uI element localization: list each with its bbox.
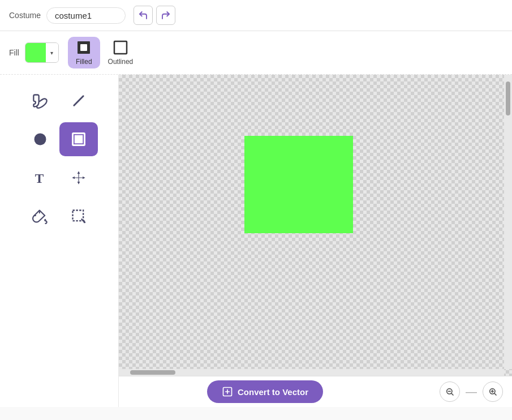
circle-icon [32,131,48,147]
outlined-icon [113,40,128,55]
zoom-divider: — [466,386,477,397]
svg-text:T: T [35,171,44,186]
fill-row: Fill ▾ Filled Outlined [0,31,512,75]
fill-color-button[interactable]: ▾ [25,42,59,63]
fill-bucket-tool[interactable] [21,199,59,233]
redo-icon [161,10,171,20]
convert-label: Convert to Vector [238,387,308,397]
rectangle-tool[interactable] [59,122,98,156]
outlined-label: Outlined [108,58,134,66]
marquee-select-tool[interactable] [59,199,98,233]
shape-style-group: Filled Outlined [68,37,141,68]
fill-color-swatch [25,42,46,63]
svg-rect-1 [80,44,87,51]
outlined-button[interactable]: Outlined [100,37,141,68]
fill-color-dropdown-arrow: ▾ [46,42,58,63]
svg-rect-6 [75,136,82,143]
horizontal-scrollbar[interactable] [119,369,504,376]
checkerboard-canvas [119,75,512,376]
top-bar: Costume [0,0,512,31]
green-rectangle [244,136,353,233]
bottom-bar: Convert to Vector — [119,376,512,407]
convert-to-vector-button[interactable]: Convert to Vector [207,380,323,403]
svg-line-17 [494,393,496,395]
undo-button[interactable] [134,6,153,25]
costume-name-input[interactable] [46,7,126,24]
select-move-tool[interactable] [59,161,98,195]
rectangle-icon [71,131,87,147]
text-icon: T [32,170,48,186]
zoom-controls: — [440,382,503,402]
vertical-scrollbar-thumb [506,82,510,115]
svg-line-14 [451,393,453,395]
zoom-out-icon [445,387,454,396]
line-tool[interactable] [59,84,98,118]
convert-icon [222,386,233,397]
tool-row-2 [0,122,118,156]
undo-redo-group [134,6,175,25]
tool-row-1 [0,84,118,118]
zoom-in-button[interactable] [483,382,503,402]
select-move-icon [71,170,87,186]
filled-button[interactable]: Filled [68,37,100,68]
tools-sidebar: T [0,75,119,407]
circle-tool[interactable] [21,122,59,156]
filled-icon [76,40,92,55]
horizontal-scrollbar-thumb [130,370,175,375]
svg-line-3 [74,96,83,105]
svg-point-4 [34,134,46,145]
main-area: T [0,75,512,407]
brush-icon [32,93,48,109]
marquee-select-icon [71,208,87,224]
tool-row-4 [0,199,118,233]
fill-label: Fill [9,48,19,57]
canvas-area: Convert to Vector — [119,75,512,407]
costume-label: Costume [9,11,41,20]
svg-rect-2 [114,41,127,54]
filled-label: Filled [76,58,92,66]
redo-button[interactable] [156,6,175,25]
fill-bucket-icon [32,208,48,224]
line-icon [71,93,87,109]
zoom-in-icon [488,387,497,396]
vertical-scrollbar[interactable] [504,75,512,369]
brush-tool[interactable] [21,84,59,118]
text-tool[interactable]: T [21,161,59,195]
zoom-out-button[interactable] [440,382,460,402]
tool-row-3: T [0,161,118,195]
undo-icon [138,10,148,20]
canvas-wrapper[interactable] [119,75,512,376]
